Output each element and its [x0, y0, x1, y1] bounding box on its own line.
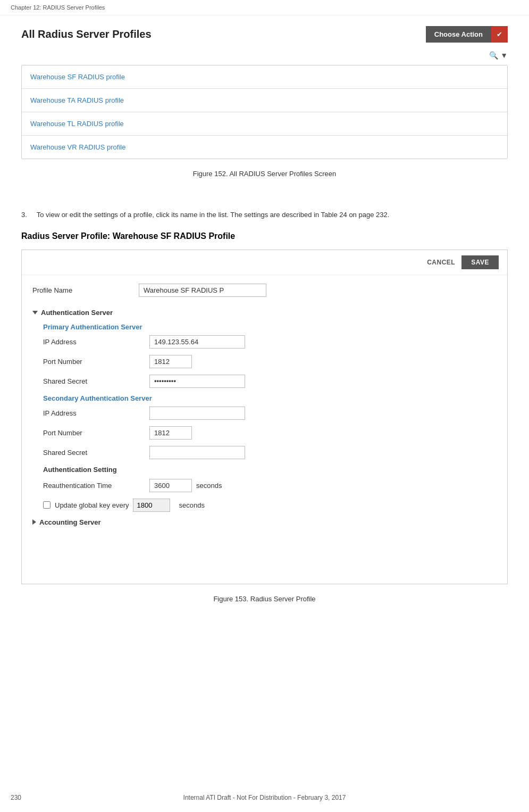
profile-name-row: Profile Name — [32, 284, 497, 302]
list-item[interactable]: Warehouse SF RADIUS profile — [22, 65, 507, 89]
update-key-checkbox[interactable] — [43, 501, 51, 509]
secondary-ip-row: IP Address — [43, 407, 497, 420]
expand-icon — [32, 519, 36, 525]
primary-ip-input[interactable] — [149, 335, 245, 349]
secondary-auth-label: Secondary Authentication Server — [43, 394, 497, 402]
auth-setting-section: Authentication Setting Reauthentication … — [43, 466, 497, 512]
auth-server-label: Authentication Server — [41, 309, 113, 317]
all-profiles-header-row: All Radius Server Profiles Choose Action… — [21, 26, 508, 43]
form-section-title: Radius Server Profile: Warehouse SF RADI… — [21, 231, 235, 241]
page-footer: Internal ATI Draft - Not For Distributio… — [0, 794, 529, 801]
secondary-ip-input[interactable] — [149, 407, 245, 420]
all-profiles-title: All Radius Server Profiles — [21, 28, 152, 40]
primary-auth-label: Primary Authentication Server — [43, 323, 497, 331]
choose-action-dropdown-arrow[interactable]: ✔ — [491, 26, 508, 43]
chapter-header: Chapter 12: RADIUS Server Profiles — [0, 0, 529, 15]
form-bottom-space — [32, 533, 497, 575]
secondary-ip-label: IP Address — [43, 409, 149, 417]
form-body: Profile Name Authentication Server Prima… — [22, 275, 507, 584]
secondary-secret-row: Shared Secret — [43, 446, 497, 459]
radius-profile-form: CANCEL SAVE Profile Name Authentication … — [21, 250, 508, 584]
instruction-text: To view or edit the settings of a profil… — [37, 211, 390, 219]
reauth-input[interactable] — [149, 479, 192, 492]
primary-ip-label: IP Address — [43, 338, 149, 346]
profile-name-input[interactable] — [139, 284, 266, 297]
save-button[interactable]: SAVE — [461, 255, 499, 269]
profile-list: Warehouse SF RADIUS profile Warehouse TA… — [21, 65, 508, 159]
list-item[interactable]: Warehouse TL RADIUS profile — [22, 112, 507, 136]
instruction-block: 3. To view or edit the settings of a pro… — [21, 210, 508, 221]
update-key-row: Update global key every seconds — [43, 499, 497, 512]
search-row: 🔍 ▼ — [21, 51, 508, 60]
list-item[interactable]: Warehouse VR RADIUS profile — [22, 136, 507, 159]
secondary-port-input[interactable] — [149, 426, 192, 440]
search-area[interactable]: 🔍 ▼ — [489, 51, 508, 60]
search-dropdown-arrow[interactable]: ▼ — [500, 51, 508, 60]
primary-ip-row: IP Address — [43, 335, 497, 349]
secondary-secret-label: Shared Secret — [43, 449, 149, 457]
secondary-port-label: Port Number — [43, 429, 149, 437]
primary-port-row: Port Number — [43, 355, 497, 368]
secondary-secret-input[interactable] — [149, 446, 245, 459]
primary-secret-row: Shared Secret — [43, 375, 497, 388]
update-key-suffix: seconds — [179, 501, 204, 509]
update-key-input[interactable] — [133, 499, 170, 512]
choose-action-button[interactable]: Choose Action — [426, 26, 491, 43]
instruction-number: 3. — [21, 211, 27, 219]
accounting-server-header[interactable]: Accounting Server — [32, 518, 497, 526]
collapse-icon — [32, 311, 38, 314]
reauth-suffix: seconds — [196, 482, 222, 490]
list-item[interactable]: Warehouse TA RADIUS profile — [22, 89, 507, 112]
update-key-label: Update global key every — [55, 501, 129, 509]
figure-152-caption: Figure 152. All RADIUS Server Profiles S… — [21, 170, 508, 178]
auth-server-header[interactable]: Authentication Server — [32, 309, 497, 317]
figure-153-caption: Figure 153. Radius Server Profile — [21, 595, 508, 603]
accounting-server-label: Accounting Server — [39, 518, 101, 526]
primary-secret-input[interactable] — [149, 375, 245, 388]
auth-setting-label: Authentication Setting — [43, 466, 497, 474]
reauth-row: Reauthentication Time seconds — [43, 479, 497, 492]
choose-action-button-group[interactable]: Choose Action ✔ — [426, 26, 508, 43]
profile-name-label: Profile Name — [32, 286, 139, 294]
cancel-button[interactable]: CANCEL — [427, 259, 455, 266]
primary-port-label: Port Number — [43, 358, 149, 366]
secondary-port-row: Port Number — [43, 426, 497, 440]
search-icon[interactable]: 🔍 — [489, 51, 498, 60]
auth-server-content: Primary Authentication Server IP Address… — [43, 323, 497, 512]
form-toolbar: CANCEL SAVE — [22, 250, 507, 275]
primary-secret-label: Shared Secret — [43, 377, 149, 385]
reauth-label: Reauthentication Time — [43, 482, 149, 490]
primary-port-input[interactable] — [149, 355, 192, 368]
